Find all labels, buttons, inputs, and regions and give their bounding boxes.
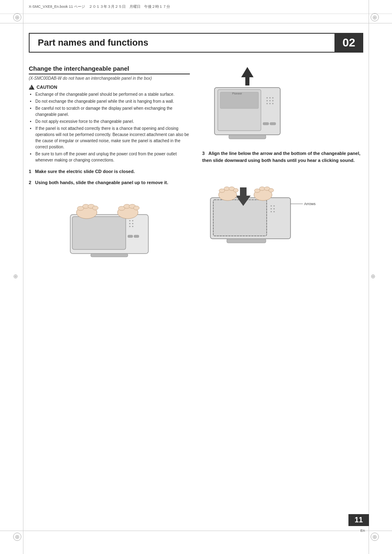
- svg-point-42: [274, 205, 275, 207]
- caution-triangle-icon: [29, 85, 35, 90]
- step-1-text: Make sure the electric slide CD door is …: [35, 169, 135, 174]
- svg-rect-35: [263, 122, 269, 125]
- step-3-image: Arrows: [202, 167, 363, 246]
- svg-point-17: [132, 223, 134, 224]
- header-bar: X-SMC_VXE8_En.book 11 ページ ２０１３年３月２５日 月曜日…: [0, 0, 392, 14]
- reg-mark-bottom-right: [371, 533, 379, 541]
- svg-text:Pioneer: Pioneer: [232, 92, 242, 95]
- svg-point-8: [92, 206, 98, 210]
- section-title: Part names and functions: [38, 37, 148, 48]
- svg-point-57: [269, 189, 274, 192]
- caution-item-2: Do not exchange the changeable panel whi…: [35, 98, 190, 104]
- arrows-label: Arrows: [304, 202, 316, 206]
- left-column: Change the interchangeable panel (X-SMC0…: [29, 65, 190, 264]
- svg-point-19: [132, 226, 134, 227]
- svg-point-30: [270, 100, 271, 102]
- page-number: 11: [355, 516, 363, 524]
- reg-mark-bottom-left: [13, 533, 21, 541]
- step-3: 3 Align the line below the arrow and the…: [202, 150, 363, 164]
- svg-rect-36: [270, 122, 276, 125]
- section-title-box: Part names and functions: [29, 33, 334, 53]
- reg-mark-mid-right: [371, 273, 379, 281]
- svg-rect-39: [213, 200, 267, 236]
- step-2-image: [29, 190, 190, 260]
- caution-list: Exchange of the changeable panel should …: [29, 91, 190, 163]
- caution-item-1: Exchange of the changeable panel should …: [35, 91, 190, 97]
- svg-point-29: [267, 100, 268, 102]
- svg-point-44: [274, 208, 275, 210]
- step-2: 2 Using both hands, slide the changeable…: [29, 179, 190, 186]
- caution-item-5: If the panel is not attached correctly t…: [35, 125, 190, 150]
- content-italic-note: (X-SMC00DAB-W do not have an interchange…: [29, 76, 190, 81]
- border-right: [369, 0, 369, 554]
- svg-point-28: [272, 97, 274, 99]
- section-number-box: 02: [334, 33, 363, 53]
- reg-mark-top-left: [13, 13, 21, 21]
- svg-rect-3: [134, 235, 139, 238]
- svg-point-34: [272, 103, 274, 104]
- section-number: 02: [342, 36, 355, 49]
- border-bottom: [0, 531, 392, 531]
- svg-rect-37: [229, 135, 266, 139]
- caution-label: CAUTION: [37, 85, 57, 90]
- step-1-number: 1: [29, 169, 31, 174]
- svg-point-43: [271, 208, 272, 210]
- caution-item-4: Do not apply excessive force to the chan…: [35, 118, 190, 125]
- right-column: Pioneer: [202, 65, 363, 264]
- svg-point-45: [271, 211, 272, 212]
- step-2-number: 2: [29, 180, 31, 185]
- caution-block: CAUTION Exchange of the changeable panel…: [29, 85, 190, 163]
- svg-point-27: [270, 97, 271, 99]
- svg-point-49: [219, 189, 225, 193]
- step-2-text: Using both hands, slide the changeable p…: [35, 180, 168, 185]
- reg-mark-mid-left: [13, 273, 21, 281]
- caution-item-6: Be sure to turn off the power and unplug…: [35, 151, 190, 163]
- svg-rect-20: [91, 254, 128, 257]
- border-top: [0, 23, 392, 23]
- content-area: Part names and functions 02 Change the i…: [29, 33, 363, 521]
- caution-item-3: Be careful not to scratch or damage the …: [35, 105, 190, 118]
- page-lang: En: [360, 529, 365, 533]
- step-3-number: 3: [202, 151, 205, 156]
- svg-point-33: [270, 103, 271, 104]
- svg-point-31: [272, 100, 274, 102]
- header-file-info: X-SMC_VXE8_En.book 11 ページ ２０１３年３月２５日 月曜日…: [29, 5, 170, 9]
- svg-point-13: [134, 206, 139, 210]
- border-left: [23, 0, 23, 554]
- svg-point-14: [129, 220, 131, 222]
- step-top-image: Pioneer: [202, 65, 363, 142]
- svg-point-41: [271, 205, 272, 207]
- step-3-text: Align the line below the arrow and the b…: [202, 151, 360, 163]
- svg-point-46: [274, 211, 275, 212]
- caution-title: CAUTION: [29, 85, 190, 90]
- svg-point-54: [254, 189, 260, 193]
- content-subtitle: Change the interchangeable panel: [29, 65, 190, 74]
- two-column-layout: Change the interchangeable panel (X-SMC0…: [29, 65, 363, 264]
- reg-mark-top-right: [371, 13, 379, 21]
- svg-rect-2: [128, 235, 133, 238]
- page-container: X-SMC_VXE8_En.book 11 ページ ２０１３年３月２５日 月曜日…: [0, 0, 392, 554]
- section-header: Part names and functions 02: [29, 33, 363, 53]
- svg-rect-1: [72, 217, 126, 249]
- svg-marker-21: [241, 67, 254, 85]
- svg-point-52: [233, 189, 238, 192]
- svg-point-16: [129, 223, 131, 224]
- svg-point-15: [132, 220, 134, 222]
- svg-point-32: [267, 103, 268, 104]
- page-number-badge: 11: [348, 514, 369, 526]
- svg-point-26: [267, 97, 268, 99]
- svg-rect-59: [227, 239, 266, 243]
- step-1: 1 Make sure the electric slide CD door i…: [29, 168, 190, 175]
- svg-point-18: [129, 226, 131, 227]
